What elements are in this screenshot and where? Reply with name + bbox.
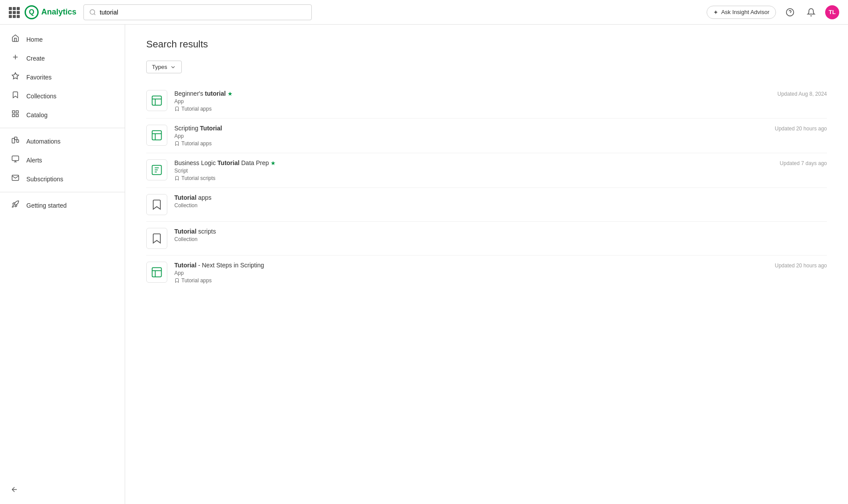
sidebar-item-favorites[interactable]: Favorites [0,68,125,86]
result-meta-3: Updated 7 days ago [780,159,827,166]
result-icon-app-6 [146,262,167,283]
svg-rect-26 [152,268,162,277]
sidebar-divider-2 [0,192,125,192]
bookmark-icon-3 [174,176,180,181]
collection-name-6: Tutorial apps [181,277,212,284]
title-prefix-3: Business Logic [174,159,217,166]
sidebar-label-catalog: Catalog [26,112,47,119]
result-title-3: Business Logic Tutorial Data Prep★ [174,159,773,166]
header: Q Analytics ✦ Ask Insight Advisor TL [0,0,848,25]
collapse-button[interactable] [11,486,114,493]
title-prefix-1: Beginner's [174,90,205,97]
result-title-5: Tutorial scripts [174,228,820,235]
result-info-5: Tutorial scripts Collection [174,228,820,244]
chevron-down-icon [170,64,176,70]
result-icon-script-3 [146,159,167,180]
title-suffix-6: - Next Steps in Scripting [196,262,264,269]
result-info-4: Tutorial apps Collection [174,194,820,210]
result-meta-1: Updated Aug 8, 2024 [777,90,827,97]
sparkle-icon: ✦ [713,9,718,16]
app-name: Analytics [41,7,76,17]
insight-advisor-button[interactable]: ✦ Ask Insight Advisor [707,6,776,19]
sidebar-item-collections[interactable]: Collections [0,86,125,105]
result-info-3: Business Logic Tutorial Data Prep★ Scrip… [174,159,773,181]
result-collection-2: Tutorial apps [174,140,768,147]
result-type-4: Collection [174,202,820,209]
sidebar-item-catalog[interactable]: Catalog [0,105,125,124]
collection-name-1: Tutorial apps [181,106,212,112]
subscriptions-icon [11,174,20,184]
title-prefix-2: Scripting [174,125,200,132]
result-type-1: App [174,98,770,104]
content-area: Search results Types Beginner's tutorial… [125,25,848,504]
qlik-logo: Q Analytics [25,5,76,19]
home-icon [11,34,20,44]
sidebar-item-alerts[interactable]: Alerts [0,151,125,169]
result-item-5[interactable]: Tutorial scripts Collection [146,222,827,256]
star-badge-1: ★ [227,90,233,97]
result-item-3[interactable]: Business Logic Tutorial Data Prep★ Scrip… [146,153,827,188]
star-badge-3: ★ [271,160,276,166]
avatar[interactable]: TL [825,5,839,19]
search-bar[interactable] [83,4,312,20]
title-suffix-3: Data Prep [239,159,269,166]
title-highlight-6: Tutorial [174,262,196,269]
svg-rect-13 [17,140,19,142]
header-left: Q Analytics [9,5,76,19]
title-highlight-2: Tutorial [200,125,222,132]
title-highlight-1: tutorial [205,90,226,97]
collection-name-3: Tutorial scripts [181,175,216,181]
svg-rect-16 [152,96,162,105]
title-suffix-4: apps [196,194,211,201]
sidebar-item-getting-started[interactable]: Getting started [0,196,125,215]
sidebar-divider-1 [0,128,125,128]
result-title-6: Tutorial - Next Steps in Scripting [174,262,768,269]
collections-icon [11,91,20,101]
title-highlight-5: Tutorial [174,228,196,235]
sidebar-item-home[interactable]: Home [0,30,125,49]
sidebar-label-subscriptions: Subscriptions [26,176,63,183]
automations-icon [11,136,20,146]
plus-icon [11,53,20,63]
svg-rect-14 [12,156,19,161]
result-info-1: Beginner's tutorial★ App Tutorial apps [174,90,770,112]
page-title: Search results [146,39,827,50]
star-icon [11,72,20,82]
result-item-2[interactable]: Scripting Tutorial App Tutorial apps Upd… [146,119,827,153]
header-right: ✦ Ask Insight Advisor TL [707,5,839,19]
result-collection-6: Tutorial apps [174,277,768,284]
rocket-icon [11,200,20,210]
result-item-4[interactable]: Tutorial apps Collection [146,188,827,222]
svg-rect-8 [16,111,18,113]
notifications-button[interactable] [804,5,818,19]
search-input[interactable] [100,9,306,16]
result-title-2: Scripting Tutorial [174,125,768,132]
help-button[interactable] [783,5,797,19]
alerts-icon [11,155,20,165]
svg-rect-19 [152,131,162,140]
sidebar: Home Create Favorites Collections Catalo… [0,25,125,504]
sidebar-item-subscriptions[interactable]: Subscriptions [0,169,125,188]
bookmark-icon-6 [174,278,180,283]
result-icon-collection-5 [146,228,167,249]
types-filter-button[interactable]: Types [146,61,182,73]
sidebar-item-create[interactable]: Create [0,49,125,68]
result-meta-6: Updated 20 hours ago [775,262,827,269]
result-type-2: App [174,133,768,139]
sidebar-label-alerts: Alerts [26,157,42,164]
search-icon [89,9,96,16]
result-item-6[interactable]: Tutorial - Next Steps in Scripting App T… [146,256,827,290]
svg-marker-6 [12,73,19,79]
sidebar-label-automations: Automations [26,138,61,145]
result-item-1[interactable]: Beginner's tutorial★ App Tutorial apps U… [146,84,827,119]
grid-menu-icon[interactable] [9,7,19,18]
result-type-5: Collection [174,236,820,242]
result-collection-3: Tutorial scripts [174,175,773,181]
bookmark-icon-1 [174,106,180,112]
svg-rect-7 [12,111,14,113]
result-icon-app-1 [146,90,167,111]
bell-icon [807,8,816,17]
result-collection-1: Tutorial apps [174,106,770,112]
sidebar-item-automations[interactable]: Automations [0,132,125,151]
sidebar-label-favorites: Favorites [26,74,52,81]
